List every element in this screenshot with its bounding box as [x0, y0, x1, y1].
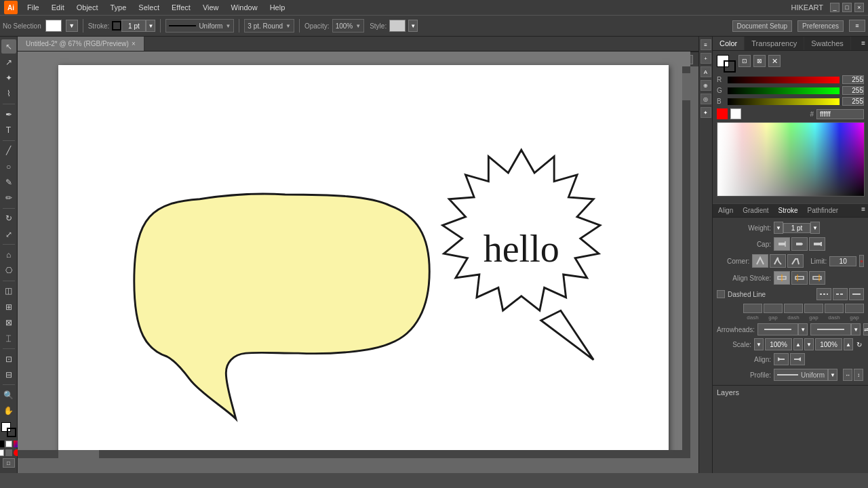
cap-butt-button[interactable] — [774, 237, 790, 251]
r-slider[interactable] — [728, 77, 840, 83]
graph-tool[interactable]: ⎔ — [1, 264, 16, 278]
dash-type-3[interactable] — [849, 288, 864, 300]
pencil-tool[interactable]: ✏ — [1, 190, 16, 205]
stroke-weight-input[interactable] — [121, 20, 146, 32]
dash-2[interactable] — [784, 304, 803, 313]
opacity-selector[interactable]: 100% ▼ — [332, 19, 365, 33]
preferences-button[interactable]: Preferences — [797, 20, 844, 32]
color-none[interactable]: ✕ — [768, 55, 781, 67]
style-dropdown[interactable]: ▼ — [408, 20, 418, 32]
stroke-cap-selector[interactable]: 3 pt. Round ▼ — [244, 19, 294, 33]
tab-swatches[interactable]: Swatches — [804, 37, 851, 50]
menu-effect[interactable]: Effect — [166, 2, 196, 13]
fill-type-selector[interactable]: ▼ — [66, 20, 78, 32]
align-inside-button[interactable] — [791, 271, 808, 285]
side-icon-2[interactable]: + — [701, 53, 711, 64]
color-mode-rgb[interactable]: ⊡ — [738, 55, 751, 67]
scale1-input[interactable] — [765, 338, 792, 350]
menu-type[interactable]: Type — [105, 2, 132, 13]
side-icon-6[interactable]: ✦ — [701, 107, 711, 118]
color-mode-cmyk[interactable]: ⊠ — [753, 55, 766, 67]
arrowhead-end-selector[interactable] — [810, 323, 851, 336]
g-value-input[interactable] — [842, 86, 864, 95]
profile-flip-v[interactable]: ↕ — [854, 369, 863, 381]
lasso-tool[interactable]: ⌇ — [1, 87, 16, 101]
blend-tool[interactable]: ⊠ — [1, 315, 16, 329]
menu-help[interactable]: Help — [264, 2, 291, 13]
white-swatch[interactable] — [730, 108, 741, 119]
tab-close[interactable]: × — [132, 40, 136, 47]
b-slider[interactable] — [728, 98, 840, 105]
align-center-button[interactable] — [774, 271, 790, 285]
gap-3[interactable] — [845, 304, 864, 313]
weight-input[interactable] — [783, 223, 810, 233]
fill-stroke-selector[interactable] — [717, 55, 736, 73]
bottom-panel-options[interactable]: ≡ — [861, 205, 865, 216]
brush-tool[interactable]: ✎ — [1, 175, 16, 189]
corner-round-button[interactable] — [770, 254, 786, 268]
scale2-up[interactable]: ▲ — [844, 338, 853, 350]
dash-type-2[interactable] — [833, 288, 848, 300]
b-value-input[interactable] — [842, 97, 864, 106]
arrowhead-start-dropdown[interactable]: ▼ — [798, 323, 808, 336]
gap-1[interactable] — [764, 304, 783, 313]
profile-selector[interactable]: Uniform — [774, 369, 828, 381]
weight-down-button[interactable]: ▼ — [774, 222, 783, 234]
dashed-checkbox[interactable] — [717, 290, 725, 298]
profile-dropdown[interactable]: ▼ — [828, 369, 837, 381]
workspace-button[interactable]: ≡ — [849, 20, 865, 32]
warp-tool[interactable]: ⌂ — [1, 247, 16, 262]
tab-stroke[interactable]: Stroke — [776, 205, 801, 216]
document-tab[interactable]: Untitled-2* @ 67% (RGB/Preview) × — [18, 37, 144, 51]
side-icon-1[interactable]: ≡ — [701, 39, 711, 50]
menu-edit[interactable]: Edit — [46, 2, 70, 13]
arrowhead-end-dropdown[interactable]: ▼ — [851, 323, 861, 336]
dash-3[interactable] — [825, 304, 844, 313]
mesh-tool[interactable]: ⊞ — [1, 300, 16, 314]
tab-gradient[interactable]: Gradient — [740, 205, 771, 216]
align-1-button[interactable] — [774, 353, 789, 365]
menu-window[interactable]: Window — [226, 2, 263, 13]
pen-tool[interactable]: ✒ — [1, 107, 16, 121]
side-icon-5[interactable]: ◎ — [701, 94, 711, 104]
swap-arrowheads-button[interactable]: ⇌ — [863, 323, 868, 336]
ellipse-tool[interactable]: ○ — [1, 159, 16, 174]
change-screen-mode[interactable]: □ — [3, 458, 15, 468]
canvas-wrapper[interactable]: hello — [18, 52, 690, 458]
arrowhead-start-selector[interactable] — [757, 323, 798, 336]
vertical-scrollbar[interactable] — [682, 66, 690, 458]
g-slider[interactable] — [728, 87, 840, 94]
red-swatch[interactable] — [717, 108, 728, 119]
direct-selection-tool[interactable]: ↗ — [1, 55, 16, 69]
cap-round-button[interactable] — [791, 237, 808, 251]
horizontal-scrollbar[interactable] — [18, 450, 690, 458]
dash-type-1[interactable] — [816, 288, 831, 300]
corner-bevel-button[interactable] — [787, 254, 804, 268]
menu-select[interactable]: Select — [133, 2, 165, 13]
limit-input[interactable] — [829, 256, 856, 266]
selection-tool[interactable]: ↖ — [1, 39, 16, 54]
style-indicator[interactable] — [389, 20, 406, 32]
scale1-down[interactable]: ▼ — [754, 338, 764, 350]
align-2-button[interactable] — [790, 353, 805, 365]
hand-tool[interactable]: ✋ — [1, 404, 16, 418]
rotate-tool[interactable]: ↻ — [1, 211, 16, 226]
side-icon-4[interactable]: ⊕ — [701, 80, 711, 91]
weight-up-button[interactable]: ▼ — [810, 222, 820, 234]
scale-sync-button[interactable]: ↻ — [854, 340, 864, 349]
tab-align[interactable]: Align — [715, 205, 736, 216]
zoom-tool[interactable]: 🔍 — [1, 388, 16, 402]
limit-clear-button[interactable]: × — [859, 255, 864, 267]
stroke-style-selector[interactable]: Uniform ▼ — [165, 19, 234, 33]
scale1-up[interactable]: ▲ — [793, 338, 803, 350]
v-scrollbar-thumb[interactable] — [682, 73, 690, 100]
doc-setup-button[interactable]: Document Setup — [732, 20, 793, 32]
menu-view[interactable]: View — [197, 2, 224, 13]
tab-color[interactable]: Color — [713, 37, 745, 50]
scale2-input[interactable] — [815, 338, 842, 350]
panel-options-button[interactable]: ≡ — [859, 37, 868, 50]
scale-tool[interactable]: ⤢ — [1, 227, 16, 241]
type-tool[interactable]: T — [1, 123, 16, 137]
tab-transparency[interactable]: Transparency — [745, 37, 804, 50]
cap-projecting-button[interactable] — [809, 237, 825, 251]
